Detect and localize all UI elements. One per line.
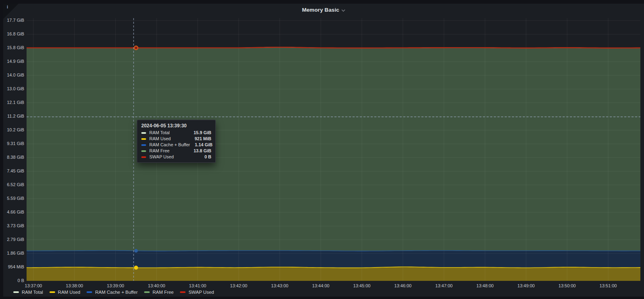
y-axis-tick-label: 11.2 GiB bbox=[0, 114, 24, 118]
panel-title: Memory Basic bbox=[302, 7, 339, 13]
tooltip-series-label: RAM Free bbox=[149, 148, 189, 154]
tooltip-series-label: RAM Used bbox=[149, 136, 190, 142]
legend-item-ram-used[interactable]: RAM Used bbox=[50, 290, 80, 295]
x-axis-tick-label: 13:38:00 bbox=[56, 283, 93, 288]
legend-label: RAM Used bbox=[58, 290, 80, 295]
legend-label: SWAP Used bbox=[188, 290, 214, 295]
tooltip-row-swap-used: SWAP Used0 B bbox=[141, 154, 211, 160]
x-axis-tick-label: 13:44:00 bbox=[303, 283, 339, 288]
legend-item-ram-cache-buffer[interactable]: RAM Cache + Buffer bbox=[87, 290, 138, 295]
tooltip-swatch bbox=[141, 132, 146, 134]
tooltip-series-value: 921 MiB bbox=[194, 136, 211, 142]
info-corner-triangle bbox=[3, 4, 19, 19]
legend-label: RAM Total bbox=[22, 290, 43, 295]
y-axis-tick-label: 13.0 GiB bbox=[0, 86, 24, 91]
x-axis-tick-label: 13:37:00 bbox=[15, 283, 52, 288]
legend-swatch bbox=[144, 291, 150, 293]
tooltip-series-value: 1.14 GiB bbox=[195, 142, 213, 148]
x-axis-tick-label: 13:43:00 bbox=[262, 283, 298, 288]
tooltip-row-ram-total: RAM Total15.9 GiB bbox=[141, 130, 211, 136]
y-axis-tick-label: 2.79 GiB bbox=[0, 237, 24, 242]
y-axis-tick-label: 14.0 GiB bbox=[0, 73, 24, 77]
x-axis-tick-label: 13:40:00 bbox=[138, 283, 175, 288]
chart-canvas[interactable] bbox=[27, 18, 640, 281]
panel-title-button[interactable]: Memory Basic bbox=[3, 4, 644, 16]
y-axis-tick-label: 5.59 GiB bbox=[0, 196, 24, 201]
legend: RAM TotalRAM UsedRAM Cache + BufferRAM F… bbox=[13, 290, 214, 295]
legend-label: RAM Free bbox=[153, 290, 173, 295]
series-ram-cache-buffer-area bbox=[27, 251, 640, 268]
tooltip-row-ram-cache-buffer: RAM Cache + Buffer1.14 GiB bbox=[141, 142, 211, 148]
tooltip-series-value: 13.8 GiB bbox=[194, 148, 211, 154]
tooltip-swatch bbox=[141, 144, 146, 146]
x-axis-tick-label: 13:49:00 bbox=[508, 283, 544, 288]
y-axis-tick-label: 3.73 GiB bbox=[0, 223, 24, 228]
y-axis-tick-label: 15.8 GiB bbox=[0, 45, 24, 50]
tooltip-row-ram-used: RAM Used921 MiB bbox=[141, 136, 211, 142]
hover-tooltip: 2024-06-05 13:39:30 RAM Total15.9 GiBRAM… bbox=[137, 120, 216, 163]
y-axis-tick-label: 4.66 GiB bbox=[0, 210, 24, 214]
hover-marker-ram-cache-buffer bbox=[134, 249, 138, 253]
legend-item-swap-used[interactable]: SWAP Used bbox=[180, 290, 214, 295]
x-axis-tick-label: 13:45:00 bbox=[344, 283, 380, 288]
series-swap-used-line bbox=[27, 47, 640, 48]
series-ram-used-area bbox=[27, 267, 640, 281]
tooltip-swatch bbox=[141, 138, 146, 140]
series-ram-free-area bbox=[27, 47, 640, 251]
legend-swatch bbox=[180, 291, 186, 293]
x-axis-tick-label: 13:51:00 bbox=[590, 283, 626, 288]
x-axis-tick-label: 13:42:00 bbox=[221, 283, 257, 288]
legend-item-ram-free[interactable]: RAM Free bbox=[144, 290, 173, 295]
x-axis-tick-label: 13:47:00 bbox=[426, 283, 462, 288]
y-axis-tick-label: 10.2 GiB bbox=[0, 127, 24, 132]
y-axis-tick-label: 16.8 GiB bbox=[0, 31, 24, 36]
hover-marker-ram-used bbox=[134, 266, 138, 270]
legend-label: RAM Cache + Buffer bbox=[95, 290, 138, 295]
y-axis-tick-label: 14.9 GiB bbox=[0, 59, 24, 64]
tooltip-series-label: RAM Total bbox=[149, 130, 189, 136]
legend-swatch bbox=[50, 291, 55, 293]
chevron-down-icon bbox=[341, 9, 345, 12]
x-axis-tick-label: 13:39:00 bbox=[97, 283, 134, 288]
hover-marker-swap-used bbox=[134, 46, 138, 50]
y-axis-tick-label: 9.31 GiB bbox=[0, 141, 24, 146]
tooltip-timestamp: 2024-06-05 13:39:30 bbox=[141, 123, 211, 129]
tooltip-swatch bbox=[141, 156, 146, 158]
y-axis-tick-label: 12.1 GiB bbox=[0, 100, 24, 105]
tooltip-series-value: 0 B bbox=[204, 154, 211, 160]
info-icon: i bbox=[7, 4, 8, 9]
tooltip-series-value: 15.9 GiB bbox=[194, 130, 211, 136]
y-axis-tick-label: 7.45 GiB bbox=[0, 168, 24, 173]
y-axis-tick-label: 0 B bbox=[0, 278, 24, 283]
y-axis-tick-label: 1.86 GiB bbox=[0, 251, 24, 255]
legend-swatch bbox=[13, 291, 19, 293]
panel-info-corner[interactable]: i bbox=[3, 4, 19, 19]
legend-item-ram-total[interactable]: RAM Total bbox=[13, 290, 43, 295]
tooltip-swatch bbox=[141, 150, 146, 152]
x-axis-tick-label: 13:50:00 bbox=[549, 283, 585, 288]
tooltip-series-label: SWAP Used bbox=[149, 154, 200, 160]
x-axis-tick-label: 13:41:00 bbox=[180, 283, 216, 288]
y-axis-tick-label: 8.38 GiB bbox=[0, 155, 24, 160]
tooltip-series-label: RAM Cache + Buffer bbox=[149, 142, 190, 148]
legend-swatch bbox=[87, 291, 92, 293]
y-axis-tick-label: 954 MiB bbox=[0, 264, 24, 269]
tooltip-row-ram-free: RAM Free13.8 GiB bbox=[141, 148, 211, 154]
x-axis-tick-label: 13:48:00 bbox=[467, 283, 503, 288]
y-axis-tick-label: 6.52 GiB bbox=[0, 182, 24, 187]
x-axis-tick-label: 13:46:00 bbox=[385, 283, 421, 288]
